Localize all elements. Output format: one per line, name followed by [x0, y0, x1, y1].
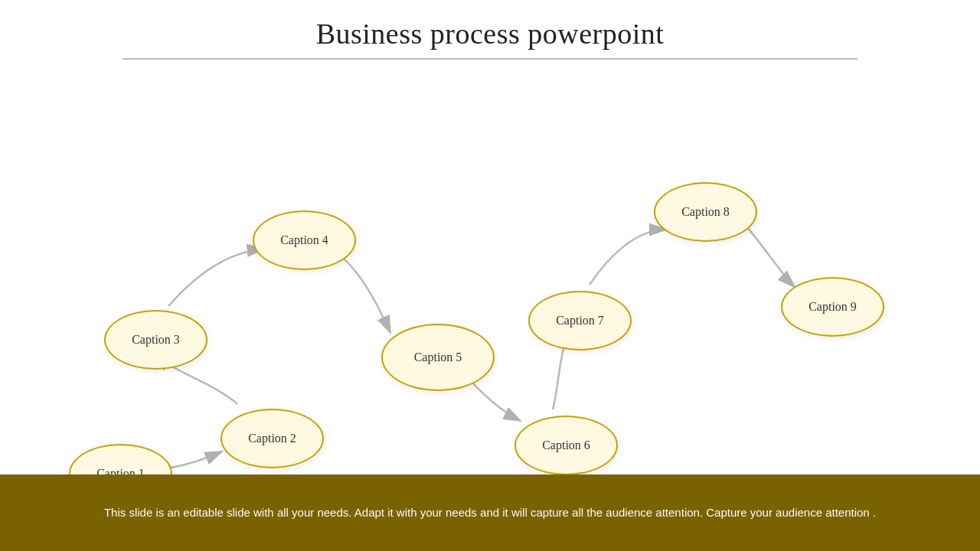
slide: Business process powerpoint — [0, 0, 980, 551]
node-n2: Caption 2 — [220, 409, 324, 468]
page-title: Business process powerpoint — [0, 17, 980, 51]
header: Business process powerpoint — [0, 0, 980, 60]
node-n7: Caption 7 — [528, 291, 632, 350]
divider — [122, 58, 858, 60]
node-n6: Caption 6 — [514, 416, 618, 475]
node-n5: Caption 5 — [381, 324, 495, 391]
footer-text: This slide is an editable slide with all… — [104, 504, 876, 522]
footer: This slide is an editable slide with all… — [0, 474, 980, 551]
node-n4: Caption 4 — [253, 210, 356, 270]
node-n8: Caption 8 — [654, 182, 757, 242]
node-n9: Caption 9 — [781, 277, 884, 337]
arrows-svg — [0, 69, 980, 474]
node-n3: Caption 3 — [104, 310, 207, 370]
diagram-area: Caption 1Caption 2Caption 3Caption 4Capt… — [0, 69, 980, 474]
